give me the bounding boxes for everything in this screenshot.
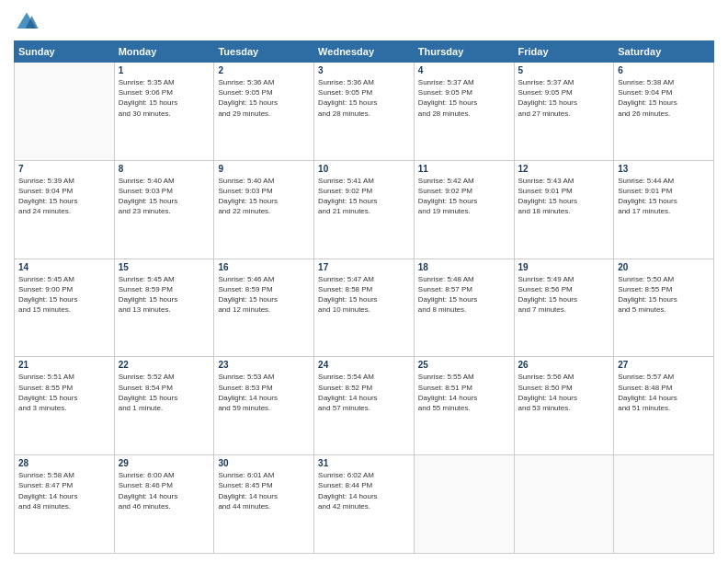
day-number: 16 <box>218 262 310 272</box>
calendar-cell: 18Sunrise: 5:48 AM Sunset: 8:57 PM Dayli… <box>414 259 514 357</box>
calendar-cell <box>614 455 714 554</box>
calendar-cell: 20Sunrise: 5:50 AM Sunset: 8:55 PM Dayli… <box>614 259 714 357</box>
day-number: 26 <box>518 360 610 370</box>
day-number: 6 <box>618 65 710 75</box>
day-info: Sunrise: 5:41 AM Sunset: 9:02 PM Dayligh… <box>318 176 410 217</box>
logo <box>14 9 43 35</box>
day-info: Sunrise: 5:48 AM Sunset: 8:57 PM Dayligh… <box>418 274 510 316</box>
calendar-cell: 7Sunrise: 5:39 AM Sunset: 9:04 PM Daylig… <box>15 160 115 259</box>
day-number: 8 <box>119 164 210 174</box>
day-info: Sunrise: 5:35 AM Sunset: 9:06 PM Dayligh… <box>119 77 210 119</box>
calendar-cell: 19Sunrise: 5:49 AM Sunset: 8:56 PM Dayli… <box>514 259 614 357</box>
week-row-1: 1Sunrise: 5:35 AM Sunset: 9:06 PM Daylig… <box>15 63 714 161</box>
week-row-5: 28Sunrise: 5:58 AM Sunset: 8:47 PM Dayli… <box>15 455 714 554</box>
week-row-3: 14Sunrise: 5:45 AM Sunset: 9:00 PM Dayli… <box>15 259 714 357</box>
day-number: 9 <box>218 164 310 174</box>
day-info: Sunrise: 5:58 AM Sunset: 8:47 PM Dayligh… <box>18 470 110 511</box>
calendar-cell: 24Sunrise: 5:54 AM Sunset: 8:52 PM Dayli… <box>314 357 415 455</box>
day-number: 1 <box>119 65 210 75</box>
calendar-cell: 13Sunrise: 5:44 AM Sunset: 9:01 PM Dayli… <box>614 160 714 259</box>
day-info: Sunrise: 5:38 AM Sunset: 9:04 PM Dayligh… <box>618 77 710 119</box>
calendar-cell: 17Sunrise: 5:47 AM Sunset: 8:58 PM Dayli… <box>314 259 415 357</box>
day-number: 22 <box>119 360 210 370</box>
day-info: Sunrise: 5:37 AM Sunset: 9:05 PM Dayligh… <box>418 77 510 119</box>
day-number: 5 <box>518 65 610 75</box>
calendar-cell: 10Sunrise: 5:41 AM Sunset: 9:02 PM Dayli… <box>314 160 415 259</box>
day-number: 14 <box>18 262 110 272</box>
day-info: Sunrise: 5:53 AM Sunset: 8:53 PM Dayligh… <box>218 372 310 413</box>
calendar-cell: 5Sunrise: 5:37 AM Sunset: 9:05 PM Daylig… <box>514 63 614 161</box>
day-info: Sunrise: 5:56 AM Sunset: 8:50 PM Dayligh… <box>518 372 610 413</box>
day-info: Sunrise: 5:45 AM Sunset: 9:00 PM Dayligh… <box>18 274 110 316</box>
calendar-cell: 21Sunrise: 5:51 AM Sunset: 8:55 PM Dayli… <box>15 357 115 455</box>
day-info: Sunrise: 5:54 AM Sunset: 8:52 PM Dayligh… <box>318 372 410 413</box>
day-info: Sunrise: 5:40 AM Sunset: 9:03 PM Dayligh… <box>218 176 310 217</box>
day-number: 19 <box>518 262 610 272</box>
day-number: 4 <box>418 65 510 75</box>
day-number: 18 <box>418 262 510 272</box>
calendar-cell <box>15 63 115 161</box>
day-info: Sunrise: 5:50 AM Sunset: 8:55 PM Dayligh… <box>618 274 710 316</box>
weekday-header-row: SundayMondayTuesdayWednesdayThursdayFrid… <box>15 41 714 63</box>
page: SundayMondayTuesdayWednesdayThursdayFrid… <box>0 0 728 563</box>
weekday-saturday: Saturday <box>614 41 714 63</box>
day-info: Sunrise: 5:51 AM Sunset: 8:55 PM Dayligh… <box>18 372 110 413</box>
calendar-cell: 31Sunrise: 6:02 AM Sunset: 8:44 PM Dayli… <box>314 455 415 554</box>
day-number: 30 <box>218 458 310 468</box>
day-number: 12 <box>518 164 610 174</box>
day-info: Sunrise: 6:00 AM Sunset: 8:46 PM Dayligh… <box>119 470 210 511</box>
day-number: 15 <box>119 262 210 272</box>
day-number: 24 <box>318 360 410 370</box>
day-info: Sunrise: 5:37 AM Sunset: 9:05 PM Dayligh… <box>518 77 610 119</box>
calendar-cell: 6Sunrise: 5:38 AM Sunset: 9:04 PM Daylig… <box>614 63 714 161</box>
day-info: Sunrise: 5:44 AM Sunset: 9:01 PM Dayligh… <box>618 176 710 217</box>
day-number: 17 <box>318 262 410 272</box>
day-info: Sunrise: 5:47 AM Sunset: 8:58 PM Dayligh… <box>318 274 410 316</box>
calendar-cell: 1Sunrise: 5:35 AM Sunset: 9:06 PM Daylig… <box>114 63 214 161</box>
day-number: 28 <box>18 458 110 468</box>
day-number: 31 <box>318 458 410 468</box>
calendar-cell <box>414 455 514 554</box>
calendar-cell: 8Sunrise: 5:40 AM Sunset: 9:03 PM Daylig… <box>114 160 214 259</box>
day-number: 20 <box>618 262 710 272</box>
calendar-cell: 22Sunrise: 5:52 AM Sunset: 8:54 PM Dayli… <box>114 357 214 455</box>
day-number: 2 <box>218 65 310 75</box>
calendar-cell: 12Sunrise: 5:43 AM Sunset: 9:01 PM Dayli… <box>514 160 614 259</box>
header <box>14 9 714 35</box>
day-number: 7 <box>18 164 110 174</box>
calendar-cell: 28Sunrise: 5:58 AM Sunset: 8:47 PM Dayli… <box>15 455 115 554</box>
day-number: 3 <box>318 65 410 75</box>
week-row-4: 21Sunrise: 5:51 AM Sunset: 8:55 PM Dayli… <box>15 357 714 455</box>
day-info: Sunrise: 6:01 AM Sunset: 8:45 PM Dayligh… <box>218 470 310 511</box>
day-info: Sunrise: 5:39 AM Sunset: 9:04 PM Dayligh… <box>18 176 110 217</box>
day-info: Sunrise: 5:45 AM Sunset: 8:59 PM Dayligh… <box>119 274 210 316</box>
day-number: 21 <box>18 360 110 370</box>
calendar-cell: 14Sunrise: 5:45 AM Sunset: 9:00 PM Dayli… <box>15 259 115 357</box>
day-number: 27 <box>618 360 710 370</box>
weekday-sunday: Sunday <box>15 41 115 63</box>
day-number: 29 <box>119 458 210 468</box>
calendar-cell: 3Sunrise: 5:36 AM Sunset: 9:05 PM Daylig… <box>314 63 415 161</box>
calendar-cell: 23Sunrise: 5:53 AM Sunset: 8:53 PM Dayli… <box>214 357 314 455</box>
calendar-table: SundayMondayTuesdayWednesdayThursdayFrid… <box>14 40 714 554</box>
day-info: Sunrise: 5:36 AM Sunset: 9:05 PM Dayligh… <box>218 77 310 119</box>
calendar-cell: 16Sunrise: 5:46 AM Sunset: 8:59 PM Dayli… <box>214 259 314 357</box>
weekday-tuesday: Tuesday <box>214 41 314 63</box>
day-number: 11 <box>418 164 510 174</box>
calendar-cell: 25Sunrise: 5:55 AM Sunset: 8:51 PM Dayli… <box>414 357 514 455</box>
day-info: Sunrise: 5:52 AM Sunset: 8:54 PM Dayligh… <box>119 372 210 413</box>
day-info: Sunrise: 5:42 AM Sunset: 9:02 PM Dayligh… <box>418 176 510 217</box>
day-info: Sunrise: 5:57 AM Sunset: 8:48 PM Dayligh… <box>618 372 710 413</box>
day-info: Sunrise: 5:49 AM Sunset: 8:56 PM Dayligh… <box>518 274 610 316</box>
calendar-cell: 29Sunrise: 6:00 AM Sunset: 8:46 PM Dayli… <box>114 455 214 554</box>
calendar-cell: 27Sunrise: 5:57 AM Sunset: 8:48 PM Dayli… <box>614 357 714 455</box>
day-info: Sunrise: 5:43 AM Sunset: 9:01 PM Dayligh… <box>518 176 610 217</box>
calendar-cell: 11Sunrise: 5:42 AM Sunset: 9:02 PM Dayli… <box>414 160 514 259</box>
day-info: Sunrise: 5:40 AM Sunset: 9:03 PM Dayligh… <box>119 176 210 217</box>
weekday-wednesday: Wednesday <box>314 41 415 63</box>
weekday-friday: Friday <box>514 41 614 63</box>
day-number: 25 <box>418 360 510 370</box>
day-number: 13 <box>618 164 710 174</box>
calendar-cell <box>514 455 614 554</box>
weekday-thursday: Thursday <box>414 41 514 63</box>
